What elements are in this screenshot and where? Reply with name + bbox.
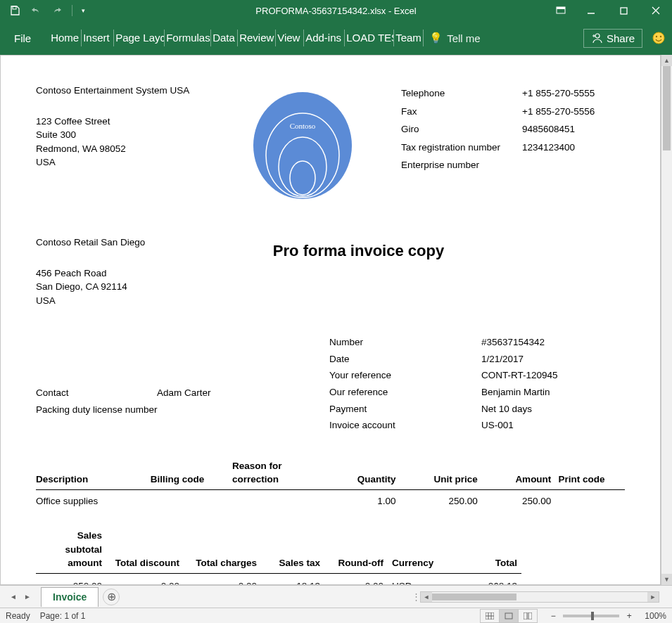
svg-rect-2 [557,7,565,9]
vscroll-thumb[interactable] [663,66,671,150]
hscroll-thumb[interactable] [432,593,516,600]
customer-address-1: 456 Peach Road [36,266,205,281]
col-description: Description [36,459,151,490]
giro-label: Giro [401,121,521,138]
lightbulb-icon: 💡 [429,32,443,44]
tab-addins[interactable]: Add-ins [304,30,345,46]
tab-home[interactable]: Home [46,30,82,46]
logo-text: Contoso [289,122,315,130]
contact-label: Contact [36,386,157,400]
company-address-2: Suite 300 [36,128,205,142]
telephone-label: Telephone [401,85,521,102]
tab-splitter[interactable]: ⋮ [412,591,420,602]
meta-left-block: ContactAdam Carter Packing duty license … [36,386,303,435]
save-button[interactable] [6,1,24,20]
tab-team[interactable]: Team [394,30,424,46]
vertical-scrollbar[interactable]: ▲ ▼ [661,55,672,585]
redo-button[interactable] [48,1,66,20]
horizontal-scrollbar[interactable]: ◄ ► [420,591,659,603]
feedback-smiley-icon[interactable] [649,29,668,47]
item-description: Office supplies [36,489,151,508]
close-button[interactable] [640,0,672,21]
col-quantity: Quantity [322,459,396,490]
zoom-level[interactable]: 100% [645,611,666,621]
item-print-code [551,489,625,508]
sheet-tab-invoice[interactable]: Invoice [41,587,99,607]
packing-label: Packing duty license number [36,403,219,417]
company-name: Contoso Entertainment System USA [36,84,205,98]
scroll-right-button[interactable]: ► [647,592,659,602]
tell-me-search[interactable]: 💡 Tell me [424,32,481,44]
tab-formulas[interactable]: Formulas [165,30,211,46]
ourref-label: Our reference [329,385,481,399]
tab-load-test[interactable]: LOAD TES [345,30,394,46]
zoom-out-button[interactable]: − [547,611,559,621]
svg-point-13 [253,92,352,199]
enterprise-value [522,157,623,174]
yourref-value: CONT-RT-120945 [481,368,558,383]
maximize-button[interactable] [607,0,640,21]
ourref-value: Benjamin Martin [481,385,550,399]
undo-button[interactable] [27,1,45,20]
tab-page-layout[interactable]: Page Layc [114,30,165,46]
tab-insert[interactable]: Insert [82,30,114,46]
tab-review[interactable]: Review [238,30,276,46]
td-total-charges: 0.00 [184,574,261,586]
scroll-down-button[interactable]: ▼ [661,574,672,585]
svg-point-11 [656,36,657,37]
payment-label: Payment [329,402,481,416]
scroll-up-button[interactable]: ▲ [661,55,672,66]
qat-separator [72,5,72,16]
scroll-left-button[interactable]: ◄ [421,592,432,602]
item-reason [232,489,322,508]
totals-row: 250.00 0.00 0.00 18.13 0.00 USD 268.13 [36,574,521,586]
svg-rect-4 [621,8,627,14]
td-round-off: 0.00 [324,574,388,586]
date-value: 1/21/2017 [481,352,524,366]
person-plus-icon [591,32,602,44]
ribbon: File Home Insert Page Layc Formulas Data… [0,21,672,55]
normal-view-button[interactable] [480,609,500,623]
sheet-area[interactable]: Contoso Entertainment System USA 123 Cof… [0,55,661,585]
col-amount: Amount [478,459,552,490]
customer-country: USA [36,294,205,308]
item-quantity: 1.00 [322,489,396,508]
vscroll-track[interactable] [661,66,672,574]
tab-view[interactable]: View [276,30,304,46]
zoom-slider[interactable] [563,615,619,617]
title-bar: ▾ PROFORMA-35637154342.xlsx - Excel [0,0,672,21]
page-layout-view-button[interactable] [499,609,519,623]
th-round-off: Round-off [324,527,388,573]
customize-qat-button[interactable]: ▾ [78,1,88,20]
yourref-label: Your reference [329,368,481,383]
tab-data[interactable]: Data [211,30,238,46]
ribbon-display-options-button[interactable] [547,0,575,21]
zoom-in-button[interactable]: + [623,611,635,621]
th-currency: Currency [388,527,444,573]
logo-block: Contoso [232,84,373,203]
contoso-logo: Contoso [246,91,359,203]
line-items-table: Description Billing code Reason for corr… [36,459,625,508]
item-billing-code [151,489,232,508]
page-break-view-button[interactable] [518,609,538,623]
quick-access-toolbar: ▾ [0,1,88,20]
payment-value: Net 10 days [481,402,532,416]
svg-rect-21 [505,613,512,619]
document-title: Pro forma invoice copy [205,240,512,262]
hscroll-track[interactable] [432,592,647,602]
share-button[interactable]: Share [583,29,642,48]
zoom-controls: − + 100% [547,611,666,621]
minimize-button[interactable] [575,0,607,21]
window-controls [547,0,672,21]
contact-value: Adam Carter [157,386,211,400]
number-value: #35637154342 [481,335,545,349]
sheet-nav-prev[interactable]: ◄ [7,591,20,603]
new-sheet-button[interactable]: ⊕ [103,589,120,605]
svg-rect-23 [528,612,532,619]
share-label: Share [607,32,635,44]
sheet-nav-next[interactable]: ► [21,591,34,603]
file-tab[interactable]: File [4,28,41,49]
item-unit-price: 250.00 [396,489,478,508]
company-block: Contoso Entertainment System USA 123 Cof… [36,84,205,203]
col-billing-code: Billing code [151,459,232,490]
